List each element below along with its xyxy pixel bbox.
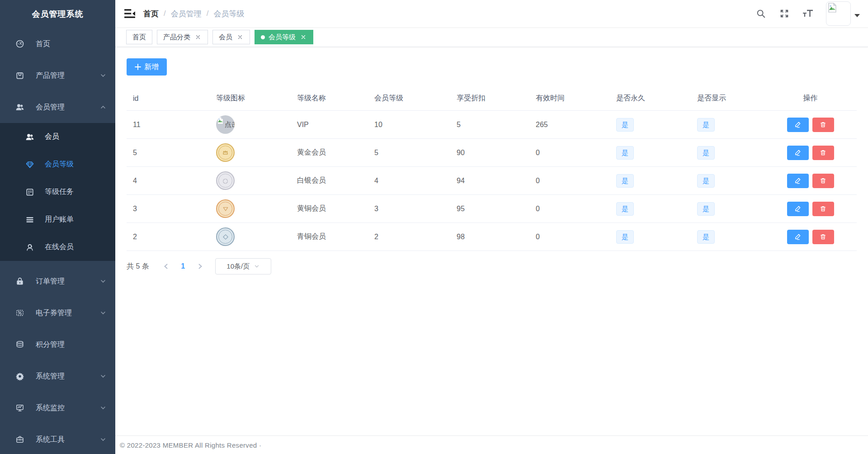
member-level-table: id 等级图标 等级名称 会员等级 享受折扣 有效时间 是否永久 是否显示 操作… [127,86,857,251]
cell-id: 3 [127,195,210,223]
breadcrumb-separator: / [207,9,209,18]
close-icon[interactable] [194,33,202,41]
sidebar-item-member-level[interactable]: 会员等级 [0,151,115,178]
sidebar-item-label: 订单管理 [36,277,65,286]
cell-ops [764,139,857,167]
close-icon[interactable] [300,33,307,41]
edit-button[interactable] [787,174,809,188]
cell-discount: 95 [450,195,529,223]
page-number[interactable]: 1 [175,262,192,270]
cell-forever: 是 [610,139,691,167]
navbar-actions [751,1,860,26]
breadcrumb: 首页 / 会员管理 / 会员等级 [143,9,244,19]
font-size-icon[interactable] [798,4,818,24]
status-badge: 是 [697,202,715,216]
chevron-down-icon [100,405,106,411]
sidebar-item-level-task[interactable]: 等级任务 [0,178,115,206]
sidebar-menu: 首页 产品管理 会员管理 会员 [0,28,115,454]
cell-name: 青铜会员 [291,223,368,251]
dashboard-icon [15,39,25,49]
tag-home[interactable]: 首页 [126,30,152,44]
edit-button[interactable] [787,146,809,160]
sidebar-toggle-icon[interactable] [122,5,138,22]
tag-label: 会员等级 [269,33,296,42]
edit-button[interactable] [787,230,809,244]
sidebar-item-label: 会员等级 [45,160,74,169]
cell-forever: 是 [610,223,691,251]
sidebar-item-label: 会员 [45,132,59,142]
chevron-down-icon [100,436,106,443]
cell-discount: 98 [450,223,529,251]
tag-label: 产品分类 [163,33,190,42]
cell-level: 10 [368,111,450,139]
sidebar-item-orders[interactable]: 订单管理 [0,265,115,297]
delete-button[interactable] [812,174,834,188]
delete-button[interactable] [812,202,834,216]
sidebar-item-points[interactable]: 积分管理 [0,329,115,360]
cell-name: 黄金会员 [291,139,368,167]
cell-show: 是 [691,223,764,251]
edit-button[interactable] [787,118,809,132]
sidebar-item-label: 首页 [36,39,50,49]
sidebar-item-products[interactable]: 产品管理 [0,60,115,91]
cell-name: 黄铜会员 [291,195,368,223]
add-button[interactable]: 新增 [127,58,167,76]
breadcrumb-home[interactable]: 首页 [143,9,159,19]
members-submenu: 会员 会员等级 等级任务 用户账单 [0,123,115,261]
cell-icon [210,167,291,195]
col-icon: 等级图标 [210,86,291,111]
page-size-label: 10条/页 [226,262,250,271]
fullscreen-icon[interactable] [774,4,794,24]
toolbox-icon [15,435,25,445]
cell-show: 是 [691,195,764,223]
sidebar-item-home[interactable]: 首页 [0,28,115,60]
tag-member[interactable]: 会员 [212,30,250,44]
sidebar-item-monitor[interactable]: 系统监控 [0,392,115,424]
cell-level: 4 [368,167,450,195]
cell-forever: 是 [610,111,691,139]
delete-button[interactable] [812,146,834,160]
sidebar-item-members[interactable]: 会员管理 [0,91,115,123]
chevron-down-icon [254,264,259,269]
sidebar-item-system[interactable]: 系统管理 [0,360,115,392]
tag-product-category[interactable]: 产品分类 [157,30,208,44]
edit-button[interactable] [787,202,809,216]
cell-icon [210,223,291,251]
sidebar-item-coupons[interactable]: 电子券管理 [0,297,115,329]
status-badge: 是 [697,174,715,188]
tag-member-level[interactable]: 会员等级 [255,30,313,44]
pagination: 共 5 条 1 10条/页 [127,258,857,274]
table-header-row: id 等级图标 等级名称 会员等级 享受折扣 有效时间 是否永久 是否显示 操作 [127,86,857,111]
broken-image-icon [827,3,837,13]
cell-ops [764,223,857,251]
delete-button[interactable] [812,118,834,132]
cell-name: 白银会员 [291,167,368,195]
col-show: 是否显示 [691,86,764,111]
sidebar-item-online-member[interactable]: 在线会员 [0,233,115,261]
close-icon[interactable] [236,33,244,41]
product-icon [15,71,25,80]
gear-icon [15,371,25,381]
lock-icon [15,276,25,286]
cell-ops [764,195,857,223]
table-row: 4 白银会员 4 94 0 是 是 [127,167,857,195]
prev-page-icon[interactable] [157,259,175,274]
status-badge: 是 [616,174,634,188]
user-avatar-menu[interactable] [826,1,860,26]
status-badge: 是 [616,202,634,216]
next-page-icon[interactable] [192,259,209,274]
app-title: 会员管理系统 [32,9,84,19]
sidebar-item-label: 用户账单 [45,215,74,224]
sidebar-item-user-bill[interactable]: 用户账单 [0,206,115,233]
col-level: 会员等级 [368,86,450,111]
page-size-select[interactable]: 10条/页 [215,258,271,274]
cell-id: 5 [127,139,210,167]
delete-button[interactable] [812,230,834,244]
sidebar-item-member[interactable]: 会员 [0,123,115,151]
copyright-text: © 2022-2023 MEMBER All Rights Reserved · [120,441,261,449]
cell-icon [210,195,291,223]
sidebar-item-tools[interactable]: 系统工具 [0,424,115,454]
status-badge: 是 [697,118,715,132]
search-icon[interactable] [751,4,771,24]
cell-valid: 0 [529,195,610,223]
